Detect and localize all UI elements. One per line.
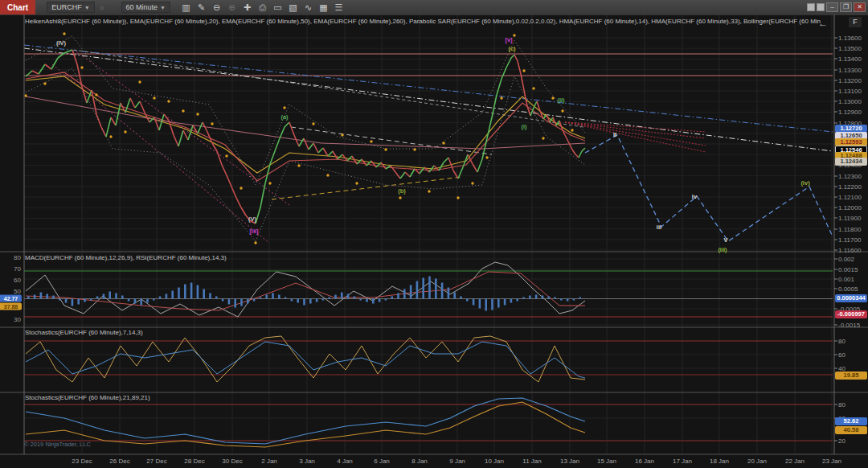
titlebar: Chart EURCHF ▼ ⌕ 60 Minute ▼ ▥✎⊖⊕✚⎙▭▧∿▦☰… — [0, 0, 868, 14]
alert-icon[interactable]: ▭ — [270, 2, 285, 13]
instrument-link-icon[interactable] — [807, 3, 815, 11]
data-series-icon[interactable]: ☰ — [331, 2, 346, 13]
drawing-tools-icon[interactable]: ∿ — [301, 2, 316, 13]
search-icon[interactable]: ⌕ — [95, 2, 110, 13]
interval-label: 60 Minute — [126, 3, 158, 11]
zoom-out-icon[interactable]: ⊖ — [209, 2, 224, 13]
chart-canvas[interactable] — [0, 0, 868, 468]
crosshair-icon[interactable]: ✚ — [240, 2, 255, 13]
toolbar-icons: ▥✎⊖⊕✚⎙▭▧∿▦☰ — [178, 2, 346, 13]
chart-style-icon[interactable]: ▥ — [178, 2, 194, 13]
tab-chart[interactable]: Chart — [0, 0, 35, 14]
window-controls: – ❐ ✕ — [807, 2, 868, 12]
minimize-button[interactable]: – — [826, 2, 838, 12]
interval-link-icon[interactable] — [817, 3, 825, 11]
interval-selector[interactable]: 60 Minute ▼ — [121, 2, 170, 13]
chevron-down-icon: ▼ — [84, 5, 90, 10]
instrument-label: EURCHF — [51, 3, 82, 11]
indicators-icon[interactable]: ▧ — [285, 2, 301, 13]
draw-icon[interactable]: ✎ — [194, 2, 209, 13]
snapshot-icon[interactable]: ⎙ — [255, 2, 270, 13]
chevron-down-icon: ▼ — [160, 5, 166, 10]
zoom-in-icon[interactable]: ⊕ — [224, 2, 240, 13]
close-button[interactable]: ✕ — [854, 2, 866, 12]
instrument-selector[interactable]: EURCHF ▼ — [47, 2, 94, 13]
restore-button[interactable]: ❐ — [840, 2, 852, 12]
chart-window: Chart EURCHF ▼ ⌕ 60 Minute ▼ ▥✎⊖⊕✚⎙▭▧∿▦☰… — [0, 0, 868, 468]
properties-icon[interactable]: ▦ — [316, 2, 331, 13]
